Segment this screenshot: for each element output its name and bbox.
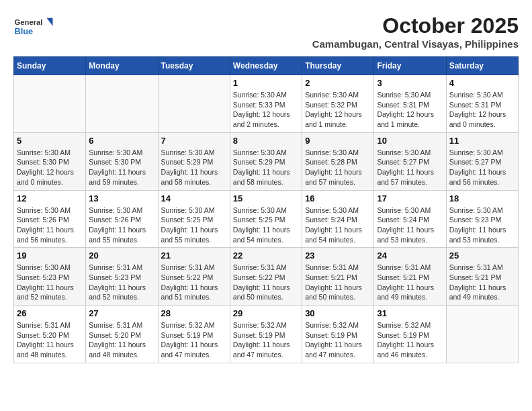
- calendar-cell: 12Sunrise: 5:30 AM Sunset: 5:26 PM Dayli…: [14, 190, 86, 248]
- month-year-title: October 2025: [312, 13, 519, 38]
- day-info: Sunrise: 5:31 AM Sunset: 5:21 PM Dayligh…: [305, 263, 371, 302]
- calendar-cell: 25Sunrise: 5:31 AM Sunset: 5:21 PM Dayli…: [446, 248, 518, 306]
- day-info: Sunrise: 5:30 AM Sunset: 5:24 PM Dayligh…: [305, 205, 371, 245]
- day-number: 30: [305, 308, 371, 318]
- day-number: 17: [377, 193, 443, 203]
- svg-text:Blue: Blue: [15, 26, 34, 36]
- day-info: Sunrise: 5:30 AM Sunset: 5:25 PM Dayligh…: [233, 205, 299, 245]
- calendar-cell: 2Sunrise: 5:30 AM Sunset: 5:32 PM Daylig…: [302, 75, 374, 133]
- calendar-cell: 28Sunrise: 5:32 AM Sunset: 5:19 PM Dayli…: [158, 306, 230, 363]
- calendar-cell: 3Sunrise: 5:30 AM Sunset: 5:31 PM Daylig…: [374, 75, 446, 133]
- calendar-cell: 10Sunrise: 5:30 AM Sunset: 5:27 PM Dayli…: [374, 132, 446, 190]
- day-number: 2: [305, 78, 371, 88]
- day-number: 15: [233, 193, 299, 203]
- day-info: Sunrise: 5:30 AM Sunset: 5:29 PM Dayligh…: [233, 148, 299, 187]
- day-number: 25: [449, 250, 515, 261]
- calendar-cell: 22Sunrise: 5:31 AM Sunset: 5:22 PM Dayli…: [230, 248, 302, 306]
- day-number: 21: [161, 250, 227, 261]
- calendar-cell: 5Sunrise: 5:30 AM Sunset: 5:30 PM Daylig…: [14, 132, 86, 190]
- calendar-cell: [158, 75, 230, 133]
- calendar-cell: 20Sunrise: 5:31 AM Sunset: 5:23 PM Dayli…: [86, 248, 158, 306]
- day-info: Sunrise: 5:30 AM Sunset: 5:27 PM Dayligh…: [377, 148, 443, 187]
- day-number: 13: [89, 193, 154, 203]
- day-number: 24: [377, 250, 443, 261]
- day-info: Sunrise: 5:30 AM Sunset: 5:28 PM Dayligh…: [305, 148, 371, 187]
- day-info: Sunrise: 5:30 AM Sunset: 5:30 PM Dayligh…: [89, 148, 154, 187]
- day-info: Sunrise: 5:30 AM Sunset: 5:31 PM Dayligh…: [449, 90, 515, 130]
- page-header: General Blue October 2025 Camambugan, Ce…: [13, 13, 519, 50]
- calendar-cell: 7Sunrise: 5:30 AM Sunset: 5:29 PM Daylig…: [158, 132, 230, 190]
- calendar-cell: 31Sunrise: 5:32 AM Sunset: 5:19 PM Dayli…: [374, 306, 446, 363]
- calendar-cell: 14Sunrise: 5:30 AM Sunset: 5:25 PM Dayli…: [158, 190, 230, 248]
- day-number: 1: [233, 78, 299, 88]
- calendar-cell: [446, 306, 518, 363]
- day-info: Sunrise: 5:30 AM Sunset: 5:27 PM Dayligh…: [449, 148, 515, 187]
- calendar-table: SundayMondayTuesdayWednesdayThursdayFrid…: [13, 56, 519, 363]
- day-number: 6: [89, 136, 154, 146]
- day-number: 12: [17, 193, 83, 203]
- weekday-header-sunday: Sunday: [14, 57, 86, 75]
- day-number: 18: [449, 193, 515, 203]
- calendar-cell: 16Sunrise: 5:30 AM Sunset: 5:24 PM Dayli…: [302, 190, 374, 248]
- day-info: Sunrise: 5:31 AM Sunset: 5:23 PM Dayligh…: [89, 263, 154, 302]
- day-info: Sunrise: 5:30 AM Sunset: 5:23 PM Dayligh…: [449, 205, 515, 245]
- weekday-header-tuesday: Tuesday: [158, 57, 230, 75]
- calendar-cell: 15Sunrise: 5:30 AM Sunset: 5:25 PM Dayli…: [230, 190, 302, 248]
- calendar-cell: [86, 75, 158, 133]
- calendar-week-4: 19Sunrise: 5:30 AM Sunset: 5:23 PM Dayli…: [14, 248, 519, 306]
- logo-svg: General Blue: [13, 13, 54, 44]
- day-number: 8: [233, 136, 299, 146]
- day-info: Sunrise: 5:30 AM Sunset: 5:24 PM Dayligh…: [377, 205, 443, 245]
- day-number: 10: [377, 136, 443, 146]
- calendar-cell: 30Sunrise: 5:32 AM Sunset: 5:19 PM Dayli…: [302, 306, 374, 363]
- day-number: 19: [17, 250, 83, 261]
- weekday-header-thursday: Thursday: [302, 57, 374, 75]
- calendar-cell: 17Sunrise: 5:30 AM Sunset: 5:24 PM Dayli…: [374, 190, 446, 248]
- day-info: Sunrise: 5:32 AM Sunset: 5:19 PM Dayligh…: [305, 320, 371, 360]
- calendar-cell: 11Sunrise: 5:30 AM Sunset: 5:27 PM Dayli…: [446, 132, 518, 190]
- day-number: 3: [377, 78, 443, 88]
- day-number: 5: [17, 136, 83, 146]
- day-number: 11: [449, 136, 515, 146]
- day-info: Sunrise: 5:30 AM Sunset: 5:26 PM Dayligh…: [89, 205, 154, 245]
- day-number: 16: [305, 193, 371, 203]
- day-info: Sunrise: 5:30 AM Sunset: 5:32 PM Dayligh…: [305, 90, 371, 130]
- day-number: 20: [89, 250, 154, 261]
- day-info: Sunrise: 5:31 AM Sunset: 5:20 PM Dayligh…: [17, 320, 83, 360]
- day-info: Sunrise: 5:31 AM Sunset: 5:22 PM Dayligh…: [161, 263, 227, 302]
- calendar-cell: 9Sunrise: 5:30 AM Sunset: 5:28 PM Daylig…: [302, 132, 374, 190]
- calendar-week-1: 1Sunrise: 5:30 AM Sunset: 5:33 PM Daylig…: [14, 75, 519, 133]
- calendar-cell: 23Sunrise: 5:31 AM Sunset: 5:21 PM Dayli…: [302, 248, 374, 306]
- calendar-cell: 18Sunrise: 5:30 AM Sunset: 5:23 PM Dayli…: [446, 190, 518, 248]
- day-info: Sunrise: 5:31 AM Sunset: 5:22 PM Dayligh…: [233, 263, 299, 302]
- location-subtitle: Camambugan, Central Visayas, Philippines: [312, 38, 519, 50]
- day-info: Sunrise: 5:31 AM Sunset: 5:21 PM Dayligh…: [377, 263, 443, 302]
- calendar-cell: 21Sunrise: 5:31 AM Sunset: 5:22 PM Dayli…: [158, 248, 230, 306]
- day-number: 31: [377, 308, 443, 318]
- calendar-cell: [14, 75, 86, 133]
- calendar-cell: 19Sunrise: 5:30 AM Sunset: 5:23 PM Dayli…: [14, 248, 86, 306]
- day-info: Sunrise: 5:32 AM Sunset: 5:19 PM Dayligh…: [377, 320, 443, 360]
- day-info: Sunrise: 5:30 AM Sunset: 5:30 PM Dayligh…: [17, 148, 83, 187]
- day-info: Sunrise: 5:30 AM Sunset: 5:31 PM Dayligh…: [377, 90, 443, 130]
- weekday-header-monday: Monday: [86, 57, 158, 75]
- calendar-cell: 4Sunrise: 5:30 AM Sunset: 5:31 PM Daylig…: [446, 75, 518, 133]
- day-info: Sunrise: 5:30 AM Sunset: 5:25 PM Dayligh…: [161, 205, 227, 245]
- calendar-cell: 26Sunrise: 5:31 AM Sunset: 5:20 PM Dayli…: [14, 306, 86, 363]
- calendar-cell: 24Sunrise: 5:31 AM Sunset: 5:21 PM Dayli…: [374, 248, 446, 306]
- day-number: 28: [161, 308, 227, 318]
- calendar-cell: 13Sunrise: 5:30 AM Sunset: 5:26 PM Dayli…: [86, 190, 158, 248]
- calendar-cell: 6Sunrise: 5:30 AM Sunset: 5:30 PM Daylig…: [86, 132, 158, 190]
- title-block: October 2025 Camambugan, Central Visayas…: [312, 13, 519, 50]
- weekday-header-friday: Friday: [374, 57, 446, 75]
- calendar-cell: 1Sunrise: 5:30 AM Sunset: 5:33 PM Daylig…: [230, 75, 302, 133]
- day-number: 14: [161, 193, 227, 203]
- weekday-header-saturday: Saturday: [446, 57, 518, 75]
- day-info: Sunrise: 5:30 AM Sunset: 5:29 PM Dayligh…: [161, 148, 227, 187]
- svg-marker-2: [47, 18, 53, 26]
- calendar-week-2: 5Sunrise: 5:30 AM Sunset: 5:30 PM Daylig…: [14, 132, 519, 190]
- calendar-cell: 29Sunrise: 5:32 AM Sunset: 5:19 PM Dayli…: [230, 306, 302, 363]
- day-number: 7: [161, 136, 227, 146]
- day-info: Sunrise: 5:31 AM Sunset: 5:21 PM Dayligh…: [449, 263, 515, 302]
- svg-text:General: General: [15, 18, 43, 26]
